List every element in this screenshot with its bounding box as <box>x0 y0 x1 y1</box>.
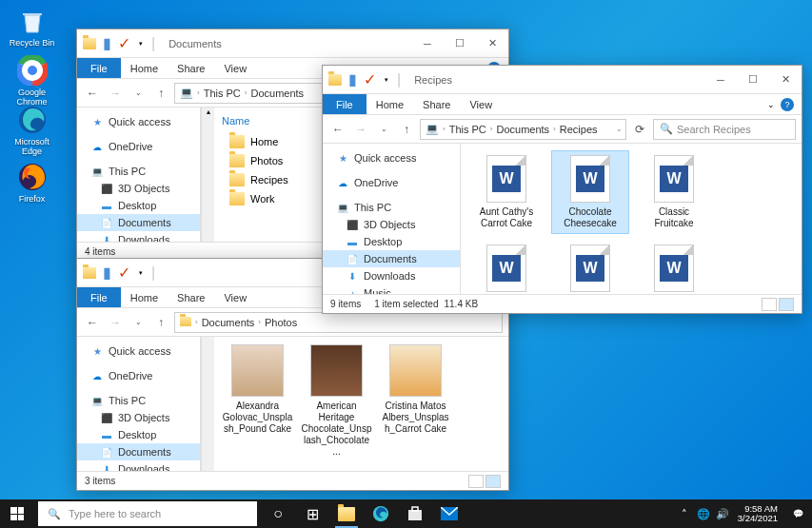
breadcrumb[interactable]: 💻› This PC› Documents› Recipes ⌄ <box>420 119 626 140</box>
nav-item-music[interactable]: ♪Music <box>323 284 460 294</box>
maximize-button[interactable]: ☐ <box>444 30 476 57</box>
nav-item-desktop[interactable]: ▬Desktop <box>323 233 460 250</box>
close-button[interactable]: ✕ <box>476 30 508 57</box>
content-pane[interactable]: Alexandra Golovac_Unsplash_Pound Cake Am… <box>214 337 508 471</box>
title-bar[interactable]: ▮ ✓ ▾ | Recipes ─ ☐ ✕ <box>323 66 802 94</box>
photo-item[interactable]: Cristina Matos Albers_Unsplash_Carrot Ca… <box>380 344 451 458</box>
scrollbar[interactable]: ▴ <box>201 108 214 242</box>
nav-item-desktop[interactable]: ▬Desktop <box>77 426 200 443</box>
home-tab[interactable]: Home <box>366 95 413 114</box>
minimize-button[interactable]: ─ <box>704 67 737 93</box>
nav-quick-access[interactable]: ★Quick access <box>77 342 200 360</box>
file-tab[interactable]: File <box>77 287 121 307</box>
recent-button[interactable]: ⌄ <box>129 313 148 332</box>
task-view-button[interactable]: ⊞ <box>295 499 329 528</box>
breadcrumb-item[interactable]: Photos <box>262 317 300 328</box>
view-icons-button[interactable] <box>779 298 794 311</box>
up-button[interactable]: ↑ <box>151 313 170 332</box>
qat-item-icon[interactable]: ▮ <box>100 37 113 50</box>
start-button[interactable] <box>0 499 34 528</box>
recent-button[interactable]: ⌄ <box>129 84 148 103</box>
nav-this-pc[interactable]: 💻This PC <box>77 392 200 409</box>
breadcrumb-item[interactable]: Documents <box>493 124 552 135</box>
search-input[interactable]: 🔍Search Recipes <box>653 119 796 140</box>
nav-item-desktop[interactable]: ▬Desktop <box>77 197 200 214</box>
view-tab[interactable]: View <box>460 95 502 114</box>
file-item[interactable]: WGerman Chocolate Cake <box>552 241 628 294</box>
nav-item-documents[interactable]: 📄Documents <box>323 250 460 267</box>
file-tab[interactable]: File <box>77 58 121 78</box>
notification-button[interactable]: 💬 <box>783 499 812 528</box>
nav-this-pc[interactable]: 💻This PC <box>323 199 460 216</box>
file-item[interactable]: WJeremy's Low-Fat Cheesecake <box>636 241 712 294</box>
help-icon[interactable]: ? <box>781 98 794 111</box>
desktop-icon-edge[interactable]: Microsoft Edge <box>6 105 58 156</box>
view-details-button[interactable] <box>762 298 777 311</box>
cortana-button[interactable]: ○ <box>261 499 295 528</box>
nav-item-downloads[interactable]: ⬇Downloads <box>77 231 200 242</box>
back-button[interactable]: ← <box>328 120 347 139</box>
nav-item-3d[interactable]: ⬛3D Objects <box>77 180 200 197</box>
clock[interactable]: 9:58 AM3/24/2021 <box>732 504 783 524</box>
breadcrumb-item[interactable]: Documents <box>248 88 307 99</box>
scrollbar[interactable] <box>201 337 214 471</box>
qat-dropdown-icon[interactable]: ▾ <box>380 73 393 87</box>
qat-check-icon[interactable]: ✓ <box>117 37 130 50</box>
share-tab[interactable]: Share <box>168 288 214 307</box>
nav-item-3d[interactable]: ⬛3D Objects <box>77 409 200 426</box>
close-button[interactable]: ✕ <box>769 67 802 93</box>
forward-button[interactable]: → <box>106 313 125 332</box>
file-item[interactable]: WAunt Cathy's Carrot Cake <box>468 151 545 233</box>
taskbar-item-mail[interactable] <box>432 499 466 528</box>
nav-quick-access[interactable]: ★Quick access <box>323 149 460 166</box>
navigation-pane[interactable]: ★Quick access ☁OneDrive 💻This PC ⬛3D Obj… <box>323 144 461 294</box>
breadcrumb-item[interactable]: Documents <box>199 317 258 328</box>
taskbar-item-store[interactable] <box>398 499 432 528</box>
view-icons-button[interactable] <box>485 475 501 488</box>
breadcrumb-item[interactable]: This PC <box>446 124 489 135</box>
desktop-icon-recycle-bin[interactable]: Recycle Bin <box>6 6 58 48</box>
navigation-pane[interactable]: ★Quick access ☁OneDrive 💻This PC ⬛3D Obj… <box>77 337 201 471</box>
desktop-icon-chrome[interactable]: Google Chrome <box>6 55 58 107</box>
view-tab[interactable]: View <box>214 288 256 307</box>
refresh-button[interactable]: ⟳ <box>630 120 649 139</box>
home-tab[interactable]: Home <box>121 288 168 307</box>
tray-network-icon[interactable]: 🌐 <box>694 499 713 528</box>
nav-item-downloads[interactable]: ⬇Downloads <box>77 460 200 471</box>
file-item[interactable]: WClassic Fruitcake <box>636 151 712 233</box>
view-details-button[interactable] <box>468 475 484 488</box>
maximize-button[interactable]: ☐ <box>737 67 769 93</box>
file-item[interactable]: WChocolate Cheesecake <box>552 151 628 233</box>
taskbar-search[interactable]: 🔍Type here to search <box>38 501 257 526</box>
nav-this-pc[interactable]: 💻This PC <box>77 163 200 180</box>
tray-chevron-icon[interactable]: ˄ <box>675 499 694 528</box>
nav-quick-access[interactable]: ★Quick access <box>77 113 200 130</box>
breadcrumb-item[interactable]: Recipes <box>557 124 601 135</box>
breadcrumb[interactable]: › Documents› Photos <box>174 312 503 333</box>
nav-item-documents[interactable]: 📄Documents <box>77 214 200 231</box>
back-button[interactable]: ← <box>83 84 102 103</box>
nav-onedrive[interactable]: ☁OneDrive <box>77 138 200 155</box>
photo-item[interactable]: Alexandra Golovac_Unsplash_Pound Cake <box>222 344 293 458</box>
forward-button[interactable]: → <box>106 84 125 103</box>
qat-check-icon[interactable]: ✓ <box>363 73 376 87</box>
up-button[interactable]: ↑ <box>151 84 170 103</box>
recent-button[interactable]: ⌄ <box>374 120 393 139</box>
title-bar[interactable]: ▮ ✓ ▾ | Documents ─ ☐ ✕ <box>77 29 508 58</box>
qat-item-icon[interactable]: ▮ <box>346 73 359 87</box>
expand-icon[interactable]: ⌄ <box>767 100 775 109</box>
desktop-icon-firefox[interactable]: Firefox <box>6 162 58 204</box>
qat-item-icon[interactable]: ▮ <box>100 266 113 280</box>
content-pane[interactable]: WAunt Cathy's Carrot CakeWChocolate Chee… <box>461 144 802 294</box>
minimize-button[interactable]: ─ <box>411 30 444 57</box>
photo-item[interactable]: American Heritage Chocolate_Unsplash_Cho… <box>301 344 372 458</box>
file-item[interactable]: WEasy Cake Pops <box>468 241 545 294</box>
home-tab[interactable]: Home <box>121 59 168 78</box>
share-tab[interactable]: Share <box>168 59 214 78</box>
nav-item-3d[interactable]: ⬛3D Objects <box>323 216 460 233</box>
up-button[interactable]: ↑ <box>397 120 416 139</box>
nav-item-documents[interactable]: 📄Documents <box>77 443 200 460</box>
tray-volume-icon[interactable]: 🔊 <box>713 499 732 528</box>
view-tab[interactable]: View <box>214 59 256 78</box>
qat-dropdown-icon[interactable]: ▾ <box>134 266 148 280</box>
